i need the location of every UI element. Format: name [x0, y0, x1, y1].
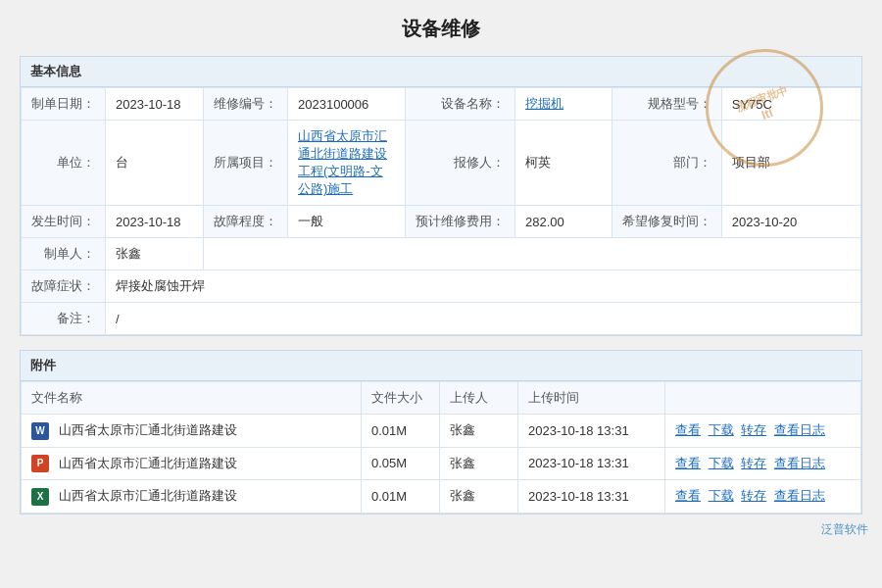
unit-value: 台	[106, 121, 204, 206]
table-header-row: 文件名称 文件大小 上传人 上传时间	[22, 382, 861, 415]
view-log-link[interactable]: 查看日志	[774, 422, 825, 437]
attach-filename: P 山西省太原市汇通北街道路建设	[22, 447, 362, 480]
table-row: 制单日期： 2023-10-18 维修编号： 2023100006 设备名称： …	[22, 88, 861, 121]
dept-value: 项目部	[721, 121, 860, 206]
spec-label: 规格型号：	[612, 88, 721, 121]
transfer-link[interactable]: 转存	[741, 422, 766, 437]
est-cost-label: 预计维修费用：	[406, 206, 515, 238]
view-log-link[interactable]: 查看日志	[774, 456, 825, 470]
filename-text: 山西省太原市汇通北街道路建设	[59, 422, 237, 437]
attach-actions: 查看 下载 转存 查看日志	[665, 480, 861, 514]
attach-actions: 查看 下载 转存 查看日志	[665, 447, 861, 480]
filename-text: 山西省太原市汇通北街道路建设	[59, 456, 237, 470]
reporter-label: 报修人：	[406, 121, 515, 206]
project-label: 所属项目：	[204, 121, 288, 206]
col-upload-time: 上传时间	[518, 382, 665, 415]
attach-filename: X 山西省太原市汇通北街道路建设	[22, 480, 362, 514]
attach-upload-time: 2023-10-18 13:31	[518, 480, 665, 514]
file-type-icon: P	[31, 455, 49, 472]
occur-time-value: 2023-10-18	[106, 206, 204, 238]
view-log-link[interactable]: 查看日志	[774, 488, 825, 503]
table-row: 故障症状： 焊接处腐蚀开焊	[22, 270, 861, 303]
col-actions	[665, 382, 861, 415]
table-row: 单位： 台 所属项目： 山西省太原市汇通北街道路建设工程(文明路-文公路)施工 …	[22, 121, 861, 206]
fault-level-value: 一般	[288, 206, 406, 238]
attachment-row: X 山西省太原市汇通北街道路建设 0.01M 张鑫 2023-10-18 13:…	[22, 480, 861, 514]
file-type-icon: W	[31, 422, 49, 440]
remark-value: /	[106, 303, 861, 335]
equipment-name-link[interactable]: 挖掘机	[525, 96, 564, 111]
attach-uploader: 张鑫	[440, 447, 518, 480]
attach-size: 0.05M	[362, 447, 440, 480]
expect-time-label: 希望修复时间：	[612, 206, 721, 238]
brand-footer: 泛普软件	[821, 521, 868, 538]
fault-symptom-value: 焊接处腐蚀开焊	[106, 270, 861, 303]
spec-value: SY75C	[721, 88, 860, 121]
project-value[interactable]: 山西省太原市汇通北街道路建设工程(文明路-文公路)施工	[288, 121, 406, 206]
dept-label: 部门：	[612, 121, 721, 206]
filename-text: 山西省太原市汇通北街道路建设	[59, 488, 237, 503]
basic-info-section: 基本信息 制单日期： 2023-10-18 维修编号： 2023100006 设…	[20, 56, 862, 336]
brand-text: 泛普	[821, 522, 845, 536]
equipment-name-label: 设备名称：	[406, 88, 515, 121]
make-date-label: 制单日期：	[22, 88, 106, 121]
attachment-table: 文件名称 文件大小 上传人 上传时间 W 山西省太原市汇通北街道路建设 0.01…	[21, 381, 861, 514]
est-cost-value: 282.00	[515, 206, 612, 238]
attachment-section: 附件 文件名称 文件大小 上传人 上传时间 W 山西省太原市汇通北街道路建设 0…	[20, 350, 862, 514]
attachment-row: W 山西省太原市汇通北街道路建设 0.01M 张鑫 2023-10-18 13:…	[22, 415, 861, 448]
creator-label: 制单人：	[22, 238, 106, 270]
attach-upload-time: 2023-10-18 13:31	[518, 415, 665, 448]
transfer-link[interactable]: 转存	[741, 488, 766, 503]
equipment-name-value[interactable]: 挖掘机	[515, 88, 612, 121]
transfer-link[interactable]: 转存	[741, 456, 766, 470]
basic-info-header: 基本信息	[21, 57, 861, 87]
reporter-value: 柯英	[515, 121, 612, 206]
col-size: 文件大小	[362, 382, 440, 415]
make-date-value: 2023-10-18	[106, 88, 204, 121]
attach-actions: 查看 下载 转存 查看日志	[665, 415, 861, 448]
occur-time-label: 发生时间：	[22, 206, 106, 238]
attach-size: 0.01M	[362, 480, 440, 514]
download-link[interactable]: 下载	[709, 456, 734, 470]
creator-value: 张鑫	[106, 238, 204, 270]
col-filename: 文件名称	[22, 382, 362, 415]
page-container: 流程审批中Itl 设备维修 基本信息 制单日期： 2023-10-18 维修编号…	[0, 0, 882, 544]
fault-level-label: 故障程度：	[204, 206, 288, 238]
view-link[interactable]: 查看	[675, 422, 701, 437]
attachment-row: P 山西省太原市汇通北街道路建设 0.05M 张鑫 2023-10-18 13:…	[22, 447, 861, 480]
download-link[interactable]: 下载	[709, 422, 734, 437]
file-type-icon: X	[31, 488, 49, 506]
repair-no-label: 维修编号：	[204, 88, 288, 121]
basic-info-table: 制单日期： 2023-10-18 维修编号： 2023100006 设备名称： …	[21, 87, 861, 335]
remark-label: 备注：	[22, 303, 106, 335]
attach-upload-time: 2023-10-18 13:31	[518, 447, 665, 480]
attach-size: 0.01M	[362, 415, 440, 448]
attach-filename: W 山西省太原市汇通北街道路建设	[22, 415, 362, 448]
view-link[interactable]: 查看	[675, 456, 701, 470]
repair-no-value: 2023100006	[288, 88, 406, 121]
col-uploader: 上传人	[440, 382, 518, 415]
attach-uploader: 张鑫	[440, 480, 518, 514]
page-title: 设备维修	[20, 16, 862, 42]
unit-label: 单位：	[22, 121, 106, 206]
attachment-header: 附件	[21, 351, 861, 381]
expect-time-value: 2023-10-20	[721, 206, 860, 238]
download-link[interactable]: 下载	[709, 488, 734, 503]
table-row: 备注： /	[22, 303, 861, 335]
table-row: 发生时间： 2023-10-18 故障程度： 一般 预计维修费用： 282.00…	[22, 206, 861, 238]
project-link[interactable]: 山西省太原市汇通北街道路建设工程(文明路-文公路)施工	[298, 128, 387, 196]
view-link[interactable]: 查看	[675, 488, 701, 503]
attach-uploader: 张鑫	[440, 415, 518, 448]
fault-symptom-label: 故障症状：	[22, 270, 106, 303]
table-row: 制单人： 张鑫	[22, 238, 861, 270]
